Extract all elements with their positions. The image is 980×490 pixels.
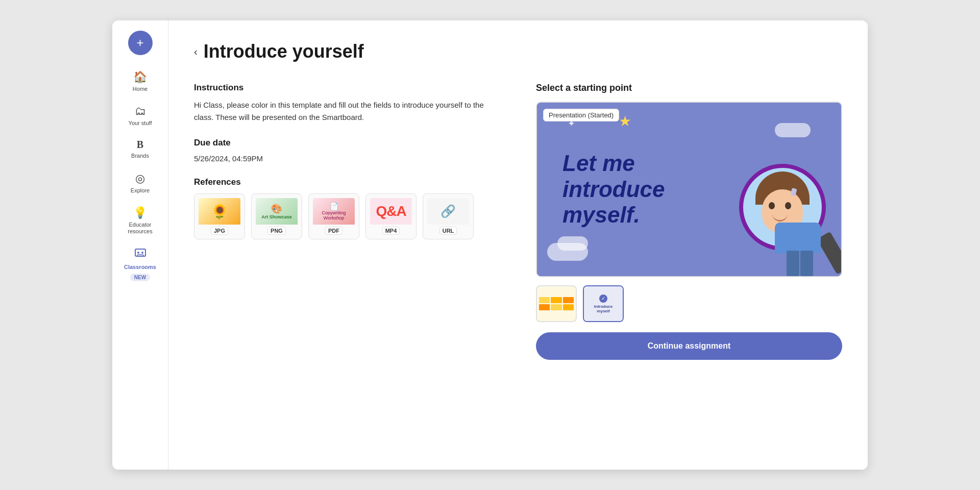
brands-icon: B: [137, 139, 143, 151]
sidebar-item-home[interactable]: 🏠 Home: [117, 65, 163, 97]
references-section: References 🌻 JPG 🎨: [194, 177, 505, 239]
sidebar-item-explore[interactable]: ◎ Explore: [117, 167, 163, 199]
references-grid: 🌻 JPG 🎨 Art Showcase PNG: [194, 193, 505, 239]
left-panel: Instructions Hi Class, please color in t…: [194, 83, 505, 360]
references-label: References: [194, 177, 505, 187]
starting-point-label: Select a starting point: [536, 83, 842, 93]
home-icon: 🏠: [133, 70, 147, 84]
content-area: Instructions Hi Class, please color in t…: [194, 83, 842, 360]
reference-card-url[interactable]: 🔗 URL: [423, 193, 474, 239]
svg-point-2: [141, 252, 143, 254]
thumbnail-2-content: ✓ Introducemyself: [584, 286, 623, 321]
main-content: ‹ Introduce yourself Instructions Hi Cla…: [168, 20, 868, 470]
thumbnail-1-content: [537, 286, 576, 321]
page-title: Introduce yourself: [204, 41, 364, 62]
star-icon-2: ★: [619, 113, 631, 130]
pdf-preview: 📄 Copywriting Workshop: [313, 198, 355, 225]
presentation-image: ✦ ★ Let meintroducemyself.: [537, 103, 841, 276]
educator-resources-icon: 💡: [133, 206, 147, 219]
thumbnail-card-2[interactable]: ✓ Introducemyself: [583, 285, 624, 322]
sidebar: + 🏠 Home 🗂 Your stuff B Brands ◎ Explore…: [112, 20, 168, 470]
sidebar-item-your-stuff[interactable]: 🗂 Your stuff: [117, 100, 163, 132]
instructions-text: Hi Class, please color in this template …: [194, 99, 505, 124]
app-window: + 🏠 Home 🗂 Your stuff B Brands ◎ Explore…: [112, 20, 868, 470]
sidebar-item-educator-resources[interactable]: 💡 Educator resources: [117, 201, 163, 240]
sidebar-item-classrooms-label: Classrooms: [124, 264, 156, 271]
cloud-2: [557, 236, 588, 251]
thumbnails-row: ✓ Introducemyself: [536, 285, 842, 322]
sidebar-item-brands-label: Brands: [131, 153, 149, 159]
page-header: ‹ Introduce yourself: [194, 41, 842, 62]
character: [729, 118, 831, 276]
reference-card-pdf[interactable]: 📄 Copywriting Workshop PDF: [308, 193, 359, 239]
svg-point-1: [137, 252, 139, 254]
sidebar-item-classrooms[interactable]: Classrooms NEW: [117, 242, 163, 286]
svg-rect-0: [135, 249, 145, 256]
sidebar-item-brands[interactable]: B Brands: [117, 134, 163, 164]
your-stuff-icon: 🗂: [135, 105, 146, 118]
sidebar-item-explore-label: Explore: [131, 187, 150, 194]
plus-icon: +: [136, 36, 143, 50]
jpg-type-badge: JPG: [211, 227, 228, 235]
presentation-container: Presentation (Started) ✦ ★ Let: [536, 102, 842, 277]
reference-card-mp4[interactable]: Q&A MP4: [365, 193, 416, 239]
thumbnail-card-1[interactable]: [536, 285, 577, 322]
mp4-type-badge: MP4: [382, 227, 400, 235]
png-type-badge: PNG: [267, 227, 286, 235]
pdf-type-badge: PDF: [325, 227, 342, 235]
instructions-label: Instructions: [194, 83, 505, 93]
reference-card-jpg[interactable]: 🌻 JPG: [194, 193, 245, 239]
continue-assignment-button[interactable]: Continue assignment: [536, 332, 842, 360]
instructions-section: Instructions Hi Class, please color in t…: [194, 83, 505, 124]
explore-icon: ◎: [135, 172, 145, 185]
classrooms-new-badge: NEW: [130, 274, 150, 281]
presentation-text: Let meintroducemyself.: [562, 151, 665, 228]
presentation-tag: Presentation (Started): [543, 109, 619, 121]
classrooms-icon: [134, 247, 146, 262]
png-preview: 🎨 Art Showcase: [256, 198, 298, 225]
right-panel: Select a starting point Presentation (St…: [536, 83, 842, 360]
sidebar-item-educator-resources-label: Educator resources: [121, 222, 159, 235]
due-date-section: Due date 5/26/2024, 04:59PM: [194, 138, 505, 163]
url-type-badge: URL: [439, 227, 457, 235]
url-preview: 🔗: [427, 198, 469, 225]
jpg-preview: 🌻: [199, 198, 240, 225]
sidebar-item-home-label: Home: [133, 86, 148, 92]
due-date-value: 5/26/2024, 04:59PM: [194, 154, 505, 163]
sidebar-item-your-stuff-label: Your stuff: [129, 120, 152, 127]
add-button[interactable]: +: [128, 31, 153, 55]
mp4-preview: Q&A: [370, 198, 412, 225]
due-date-label: Due date: [194, 138, 505, 148]
back-arrow[interactable]: ‹: [194, 46, 198, 58]
reference-card-png[interactable]: 🎨 Art Showcase PNG: [251, 193, 302, 239]
